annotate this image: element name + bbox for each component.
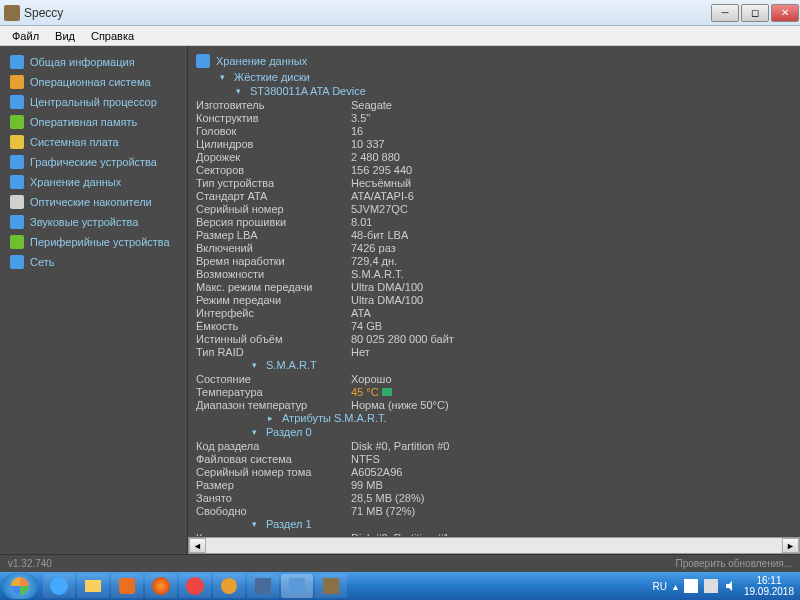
start-button[interactable] — [2, 573, 38, 599]
menu-view[interactable]: Вид — [47, 28, 83, 44]
sidebar-item-6[interactable]: Хранение данных — [4, 172, 183, 192]
temp-status-icon — [382, 388, 392, 396]
property-row: Серийный номер5JVM27QC — [196, 202, 792, 215]
property-row: Занято28,5 MB (28%) — [196, 491, 792, 504]
volume-icon[interactable] — [724, 579, 738, 593]
task-explorer[interactable] — [77, 574, 109, 598]
property-row: ИнтерфейсATA — [196, 306, 792, 319]
property-row: Дорожек2 480 880 — [196, 150, 792, 163]
property-row: ИзготовительSeagate — [196, 98, 792, 111]
property-row: Тип RAIDНет — [196, 345, 792, 358]
sidebar-icon — [10, 175, 24, 189]
sidebar-label: Общая информация — [30, 56, 135, 68]
network-icon[interactable] — [704, 579, 718, 593]
task-ie[interactable] — [43, 574, 75, 598]
sidebar-item-4[interactable]: Системная плата — [4, 132, 183, 152]
sidebar-label: Графические устройства — [30, 156, 157, 168]
flag-icon[interactable] — [684, 579, 698, 593]
property-row: Режим передачиUltra DMA/100 — [196, 293, 792, 306]
sidebar-item-3[interactable]: Оперативная память — [4, 112, 183, 132]
property-row: Версия прошивки8.01 — [196, 215, 792, 228]
sidebar-label: Периферийные устройства — [30, 236, 170, 248]
sidebar-label: Сеть — [30, 256, 54, 268]
property-row: Головок16 — [196, 124, 792, 137]
clock[interactable]: 16:11 19.09.2018 — [744, 575, 794, 597]
sidebar-label: Системная плата — [30, 136, 119, 148]
sidebar-icon — [10, 55, 24, 69]
property-row: Код разделаDisk #0, Partition #1 — [196, 531, 792, 536]
sidebar-label: Оптические накопители — [30, 196, 152, 208]
property-row: Конструктив3.5" — [196, 111, 792, 124]
titlebar: Speccy ─ ◻ ✕ — [0, 0, 800, 26]
tray-chevron-icon[interactable]: ▴ — [673, 581, 678, 592]
property-row: Стандарт ATAATA/ATAPI-6 — [196, 189, 792, 202]
property-row: Макс. режим передачиUltra DMA/100 — [196, 280, 792, 293]
property-row: Время наработки729,4 дн. — [196, 254, 792, 267]
property-row: Ёмкость74 GB — [196, 319, 792, 332]
sidebar-icon — [10, 155, 24, 169]
horizontal-scrollbar[interactable]: ◄ ► — [188, 537, 800, 554]
property-row: СостояниеХорошо — [196, 372, 792, 385]
version-label: v1.32.740 — [8, 558, 52, 569]
property-row: Температура45 °C — [196, 385, 792, 398]
property-row: Диапазон температурНорма (ниже 50°C) — [196, 398, 792, 411]
sidebar-item-7[interactable]: Оптические накопители — [4, 192, 183, 212]
property-row: Код разделаDisk #0, Partition #0 — [196, 439, 792, 452]
language-indicator[interactable]: RU — [652, 581, 666, 592]
property-row: Истинный объём80 025 280 000 байт — [196, 332, 792, 345]
sidebar-item-10[interactable]: Сеть — [4, 252, 183, 272]
hard-disks-node[interactable]: ▾Жёсткие диски — [196, 70, 792, 84]
scroll-right-button[interactable]: ► — [782, 538, 799, 553]
sidebar-item-2[interactable]: Центральный процессор — [4, 92, 183, 112]
minimize-button[interactable]: ─ — [711, 4, 739, 22]
task-opera[interactable] — [179, 574, 211, 598]
sidebar: Общая информацияОперационная системаЦент… — [0, 46, 188, 554]
property-row: Цилиндров10 337 — [196, 137, 792, 150]
statusbar: v1.32.740 Проверить обновления... — [0, 554, 800, 572]
task-app3[interactable] — [281, 574, 313, 598]
maximize-button[interactable]: ◻ — [741, 4, 769, 22]
content-pane: Хранение данных▾Жёсткие диски▾ST380011A … — [188, 46, 800, 554]
menubar: Файл Вид Справка — [0, 26, 800, 46]
sidebar-item-9[interactable]: Периферийные устройства — [4, 232, 183, 252]
sidebar-label: Центральный процессор — [30, 96, 157, 108]
smart-node[interactable]: ▾S.M.A.R.T — [196, 358, 792, 372]
property-row: Размер99 MB — [196, 478, 792, 491]
menu-file[interactable]: Файл — [4, 28, 47, 44]
property-row: Размер LBA48-бит LBA — [196, 228, 792, 241]
task-app1[interactable] — [213, 574, 245, 598]
sidebar-item-8[interactable]: Звуковые устройства — [4, 212, 183, 232]
close-button[interactable]: ✕ — [771, 4, 799, 22]
device-node[interactable]: ▾ST380011A ATA Device — [196, 84, 792, 98]
window-title: Speccy — [24, 6, 710, 20]
sidebar-label: Хранение данных — [30, 176, 121, 188]
sidebar-item-1[interactable]: Операционная система — [4, 72, 183, 92]
property-row: Тип устройстваНесъёмный — [196, 176, 792, 189]
task-media[interactable] — [111, 574, 143, 598]
sidebar-item-5[interactable]: Графические устройства — [4, 152, 183, 172]
sidebar-icon — [10, 95, 24, 109]
sidebar-icon — [10, 235, 24, 249]
property-row: Включений7426 раз — [196, 241, 792, 254]
scroll-left-button[interactable]: ◄ — [189, 538, 206, 553]
partition-1-node[interactable]: ▾Раздел 1 — [196, 517, 792, 531]
property-row: Файловая системаNTFS — [196, 452, 792, 465]
smart-attrs-node[interactable]: ▸Атрибуты S.M.A.R.T. — [196, 411, 792, 425]
sidebar-icon — [10, 255, 24, 269]
app-icon — [4, 5, 20, 21]
property-row: ВозможностиS.M.A.R.T. — [196, 267, 792, 280]
partition-0-node[interactable]: ▾Раздел 0 — [196, 425, 792, 439]
task-app2[interactable] — [247, 574, 279, 598]
system-tray: RU ▴ 16:11 19.09.2018 — [648, 575, 798, 597]
check-updates-link[interactable]: Проверить обновления... — [676, 558, 793, 569]
property-row: Свободно71 MB (72%) — [196, 504, 792, 517]
sidebar-icon — [10, 75, 24, 89]
task-speccy[interactable] — [315, 574, 347, 598]
sidebar-icon — [10, 115, 24, 129]
task-firefox[interactable] — [145, 574, 177, 598]
sidebar-item-0[interactable]: Общая информация — [4, 52, 183, 72]
taskbar: RU ▴ 16:11 19.09.2018 — [0, 572, 800, 600]
root-node: Хранение данных — [196, 52, 792, 70]
menu-help[interactable]: Справка — [83, 28, 142, 44]
property-row: Секторов156 295 440 — [196, 163, 792, 176]
